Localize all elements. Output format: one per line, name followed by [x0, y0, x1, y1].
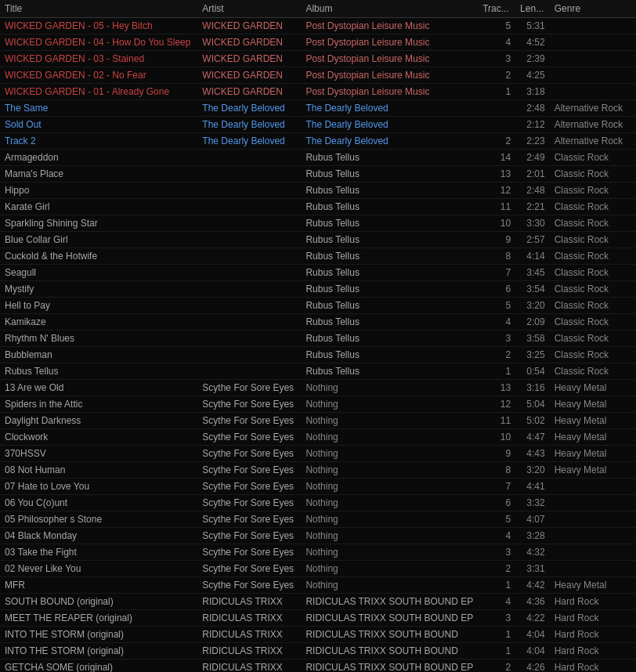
cell-track: 12: [478, 396, 515, 413]
cell-genre: Hard Rock: [550, 594, 636, 610]
cell-title: INTO THE STORM (original): [0, 643, 197, 659]
cell-track: 2: [478, 561, 515, 577]
table-row[interactable]: WICKED GARDEN - 03 - StainedWICKED GARDE…: [0, 51, 636, 67]
cell-artist: Scythe For Sore Eyes: [197, 577, 301, 594]
cell-artist: The Dearly Beloved: [197, 100, 301, 117]
table-row[interactable]: INTO THE STORM (original)RIDICULAS TRIXX…: [0, 643, 636, 659]
table-row[interactable]: 03 Take the FightScythe For Sore EyesNot…: [0, 544, 636, 561]
cell-title: Mystify: [0, 281, 197, 298]
cell-length: 5:31: [515, 18, 550, 34]
table-row[interactable]: BubblemanRubus Tellus23:25Classic Rock: [0, 347, 636, 363]
music-library-table: Title Artist Album Trac... Len... Genre …: [0, 0, 636, 672]
table-row[interactable]: 05 Philosopher s StoneScythe For Sore Ey…: [0, 511, 636, 528]
cell-title: WICKED GARDEN - 03 - Stained: [0, 51, 197, 67]
table-row[interactable]: SOUTH BOUND (original)RIDICULAS TRIXXRID…: [0, 594, 636, 610]
table-row[interactable]: The SameThe Dearly BelovedThe Dearly Bel…: [0, 100, 636, 117]
table-row[interactable]: Daylight DarknessScythe For Sore EyesNot…: [0, 413, 636, 429]
cell-length: 2:49: [515, 150, 550, 166]
table-row[interactable]: ClockworkScythe For Sore EyesNothing104:…: [0, 429, 636, 446]
cell-track: 4: [478, 528, 515, 544]
table-row[interactable]: Track 2The Dearly BelovedThe Dearly Belo…: [0, 133, 636, 150]
table-row[interactable]: Rubus TellusRubus Tellus10:54Classic Roc…: [0, 363, 636, 380]
table-row[interactable]: 07 Hate to Love YouScythe For Sore EyesN…: [0, 479, 636, 495]
table-row[interactable]: KamikazeRubus Tellus42:09Classic Rock: [0, 314, 636, 331]
cell-title: Armageddon: [0, 150, 197, 166]
cell-genre: Hard Rock: [550, 610, 636, 627]
cell-length: 3:20: [515, 298, 550, 314]
cell-album: Rubus Tellus: [301, 182, 478, 199]
cell-album: Nothing: [301, 528, 478, 544]
table-row[interactable]: Mama's PlaceRubus Tellus132:01Classic Ro…: [0, 166, 636, 182]
cell-album: Nothing: [301, 413, 478, 429]
cell-title: Mama's Place: [0, 166, 197, 182]
table-row[interactable]: HippoRubus Tellus122:48Classic Rock: [0, 182, 636, 199]
cell-album: Rubus Tellus: [301, 248, 478, 265]
col-header-track[interactable]: Trac...: [478, 0, 515, 18]
cell-track: 8: [478, 462, 515, 479]
cell-length: 4:41: [515, 479, 550, 495]
cell-album: Post Dystopian Leisure Music: [301, 51, 478, 67]
table-row[interactable]: Sold OutThe Dearly BelovedThe Dearly Bel…: [0, 117, 636, 133]
col-header-length[interactable]: Len...: [515, 0, 550, 18]
table-row[interactable]: Rhythm N' BluesRubus Tellus33:58Classic …: [0, 331, 636, 347]
cell-genre: Heavy Metal: [550, 462, 636, 479]
table-row[interactable]: Cuckold & the HotwifeRubus Tellus84:14Cl…: [0, 248, 636, 265]
table-row[interactable]: 370HSSVScythe For Sore EyesNothing94:43H…: [0, 446, 636, 462]
cell-length: 3:45: [515, 265, 550, 281]
cell-length: 5:04: [515, 396, 550, 413]
cell-artist: Scythe For Sore Eyes: [197, 511, 301, 528]
table-row[interactable]: Spiders in the AtticScythe For Sore Eyes…: [0, 396, 636, 413]
table-row[interactable]: INTO THE STORM (original)RIDICULAS TRIXX…: [0, 627, 636, 643]
cell-title: Bubbleman: [0, 347, 197, 363]
table-row[interactable]: 08 Not HumanScythe For Sore EyesNothing8…: [0, 462, 636, 479]
table-row[interactable]: ArmageddonRubus Tellus142:49Classic Rock: [0, 150, 636, 166]
table-row[interactable]: Blue Collar GirlRubus Tellus92:57Classic…: [0, 232, 636, 248]
cell-track: 7: [478, 265, 515, 281]
table-row[interactable]: WICKED GARDEN - 04 - How Do You SleepWIC…: [0, 34, 636, 51]
cell-genre: Classic Rock: [550, 232, 636, 248]
cell-album: Nothing: [301, 577, 478, 594]
cell-track: 4: [478, 314, 515, 331]
cell-album: Rubus Tellus: [301, 166, 478, 182]
table-row[interactable]: MystifyRubus Tellus63:54Classic Rock: [0, 281, 636, 298]
cell-genre: Hard Rock: [550, 643, 636, 659]
cell-genre: Heavy Metal: [550, 396, 636, 413]
cell-length: 4:07: [515, 511, 550, 528]
table-row[interactable]: 13 Are we OldScythe For Sore EyesNothing…: [0, 380, 636, 396]
cell-album: The Dearly Beloved: [301, 100, 478, 117]
cell-track: 11: [478, 413, 515, 429]
col-header-genre[interactable]: Genre: [550, 0, 636, 18]
cell-title: WICKED GARDEN - 05 - Hey Bitch: [0, 18, 197, 34]
cell-track: 13: [478, 380, 515, 396]
cell-genre: Classic Rock: [550, 265, 636, 281]
cell-artist: RIDICULAS TRIXX: [197, 643, 301, 659]
cell-title: 370HSSV: [0, 446, 197, 462]
table-row[interactable]: 04 Black MondayScythe For Sore EyesNothi…: [0, 528, 636, 544]
table-row[interactable]: WICKED GARDEN - 01 - Already GoneWICKED …: [0, 84, 636, 100]
table-row[interactable]: WICKED GARDEN - 02 - No FearWICKED GARDE…: [0, 67, 636, 84]
cell-artist: WICKED GARDEN: [197, 67, 301, 84]
table-row[interactable]: MFRScythe For Sore EyesNothing14:42Heavy…: [0, 577, 636, 594]
cell-album: Rubus Tellus: [301, 347, 478, 363]
col-header-title[interactable]: Title: [0, 0, 197, 18]
table-row[interactable]: Karate GirlRubus Tellus112:21Classic Roc…: [0, 199, 636, 215]
cell-length: 4:26: [515, 659, 550, 673]
cell-artist: [197, 363, 301, 380]
col-header-album[interactable]: Album: [301, 0, 478, 18]
cell-genre: Classic Rock: [550, 363, 636, 380]
table-row[interactable]: GETCHA SOME (original)RIDICULAS TRIXXRID…: [0, 659, 636, 673]
cell-genre: Classic Rock: [550, 215, 636, 232]
table-row[interactable]: 02 Never Like YouScythe For Sore EyesNot…: [0, 561, 636, 577]
table-row[interactable]: WICKED GARDEN - 05 - Hey BitchWICKED GAR…: [0, 18, 636, 34]
table-row[interactable]: 06 You C(o)untScythe For Sore EyesNothin…: [0, 495, 636, 511]
cell-track: 8: [478, 248, 515, 265]
col-header-artist[interactable]: Artist: [197, 0, 301, 18]
cell-track: 5: [478, 18, 515, 34]
cell-artist: [197, 215, 301, 232]
table-row[interactable]: SeagullRubus Tellus73:45Classic Rock: [0, 265, 636, 281]
table-row[interactable]: Sparkling Shining StarRubus Tellus103:30…: [0, 215, 636, 232]
table-row[interactable]: Hell to PayRubus Tellus53:20Classic Rock: [0, 298, 636, 314]
cell-title: 04 Black Monday: [0, 528, 197, 544]
table-row[interactable]: MEET THE REAPER (original)RIDICULAS TRIX…: [0, 610, 636, 627]
cell-title: Hippo: [0, 182, 197, 199]
